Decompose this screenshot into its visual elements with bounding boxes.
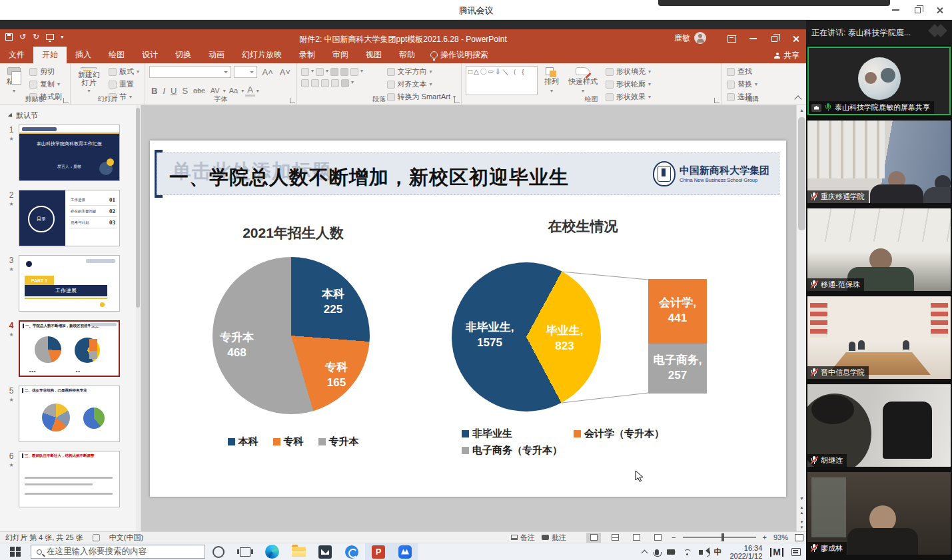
thumbnail-scrollbar[interactable]: [136, 105, 140, 531]
accessibility-icon[interactable]: [93, 534, 100, 541]
taskbar-clock[interactable]: 16:34 2022/1/12: [729, 544, 762, 560]
numbering-icon[interactable]: [316, 68, 324, 76]
slide-thumbnail-3[interactable]: 3★ PART 1 工作进展: [4, 255, 141, 312]
tencent-meeting-taskbar-button[interactable]: [392, 543, 418, 560]
zoom-level[interactable]: 93%: [773, 533, 788, 541]
file-explorer-button[interactable]: [285, 543, 312, 560]
tab-record[interactable]: 录制: [290, 47, 324, 63]
cut-button[interactable]: 剪切: [28, 66, 63, 77]
decrease-indent-icon[interactable]: [330, 68, 338, 76]
font-dialog-launcher[interactable]: [290, 98, 295, 103]
char-spacing-button[interactable]: AV: [209, 87, 222, 95]
tab-design[interactable]: 设计: [133, 47, 167, 63]
collapse-ribbon-icon[interactable]: [794, 95, 801, 103]
slide-thumbnail-4-current[interactable]: 4★ 一、学院总人数不断增加，新校区初迎毕业生 ■ ■ ■■ ■: [4, 320, 141, 377]
action-center-icon[interactable]: [791, 548, 801, 556]
account-chip[interactable]: 鹿敏: [674, 32, 706, 44]
video-tile-participant[interactable]: 晋中信息学院: [807, 296, 951, 379]
align-right-icon[interactable]: [321, 79, 329, 87]
change-case-button[interactable]: Aa: [227, 87, 240, 95]
ppt-restore-button[interactable]: [763, 29, 785, 48]
volume-icon[interactable]: [699, 550, 703, 555]
new-slide-button[interactable]: 新建幻灯片▾: [75, 66, 103, 95]
ppt-minimize-button[interactable]: [742, 29, 763, 48]
tell-me-search[interactable]: 操作说明搜索: [424, 47, 495, 63]
drawing-dialog-launcher[interactable]: [714, 98, 719, 103]
find-button[interactable]: 查找: [725, 66, 759, 77]
language-status[interactable]: 中文(中国): [109, 533, 143, 543]
share-button[interactable]: 共享: [774, 50, 799, 61]
increase-indent-icon[interactable]: [340, 68, 348, 76]
browser-app-button[interactable]: [338, 543, 365, 560]
tray-mic-icon[interactable]: [655, 549, 659, 555]
title-placeholder[interactable]: 单击此处添加标题 一、学院总人数不断增加，新校区初迎毕业生 中国新商科大学集团 …: [157, 152, 779, 195]
chart-2021-enrollment[interactable]: 2021年招生人数 本科225 专科165 专升本468 本科 专科 专升本: [187, 224, 440, 463]
align-center-icon[interactable]: [311, 79, 319, 87]
layout-button[interactable]: 版式▾: [107, 66, 141, 77]
columns-icon[interactable]: [341, 79, 349, 87]
slide-thumbnail-2[interactable]: 2★ 目录 工作进展01 存在的主要问题02 思考与计划03: [4, 190, 141, 246]
tab-help[interactable]: 帮助: [390, 47, 424, 63]
minimize-button[interactable]: [885, 0, 907, 20]
reading-view-button[interactable]: [629, 533, 644, 543]
hidden-icons-chevron[interactable]: [642, 550, 648, 557]
fit-slide-to-window-button[interactable]: [795, 534, 803, 541]
slide-thumbnail-5[interactable]: 5★ 二、优化专业结构，凸显商科特色专业: [4, 386, 141, 442]
shape-fill-button[interactable]: 形状填充▾: [604, 66, 652, 77]
align-left-icon[interactable]: [301, 79, 309, 87]
shape-outline-button[interactable]: 形状轮廓▾: [604, 79, 652, 90]
zoom-in-button[interactable]: +: [763, 533, 767, 541]
ppt-close-button[interactable]: [785, 29, 806, 48]
tray-camera-icon[interactable]: [667, 549, 675, 555]
arrange-button[interactable]: 排列▾: [542, 66, 562, 95]
video-tile-screen-share[interactable]: 泰山科技学院鹿敏的屏幕共享: [807, 47, 951, 115]
grow-font-icon[interactable]: A˄: [260, 67, 274, 77]
taskbar-search[interactable]: 在这里输入你要搜索的内容: [31, 545, 205, 559]
clipboard-dialog-launcher[interactable]: [63, 98, 69, 103]
powerpoint-taskbar-button[interactable]: P: [365, 543, 392, 560]
copy-button[interactable]: 复制▾: [28, 79, 63, 90]
comments-toggle[interactable]: 批注: [542, 533, 566, 543]
slideshow-view-button[interactable]: [650, 533, 665, 543]
replace-button[interactable]: 替换▾: [725, 79, 759, 90]
tab-view[interactable]: 视图: [357, 47, 390, 63]
shrink-font-icon[interactable]: A˅: [278, 67, 292, 77]
tab-slideshow[interactable]: 幻灯片放映: [233, 47, 290, 63]
ribbon-display-options-icon[interactable]: [721, 29, 742, 48]
strikethrough-button[interactable]: abc: [191, 87, 207, 95]
restore-button[interactable]: [907, 0, 929, 20]
zoom-out-button[interactable]: −: [672, 533, 676, 541]
quick-styles-button[interactable]: 快速样式▾: [566, 66, 600, 95]
slide-thumbnail-1[interactable]: 1★ 泰山科技学院商科教育工作汇报 发言人：鹿敏: [4, 125, 141, 181]
video-tile-participant[interactable]: 重庆移通学院: [807, 121, 951, 203]
task-view-button[interactable]: [232, 543, 258, 560]
mail-button[interactable]: [312, 543, 338, 560]
slide-number-status[interactable]: 幻灯片 第 4 张, 共 25 张: [5, 533, 83, 543]
tab-draw[interactable]: 绘图: [100, 47, 133, 63]
paste-button[interactable]: 粘贴▾: [4, 66, 24, 95]
zoom-slider[interactable]: [683, 537, 756, 538]
font-name-combo[interactable]: [149, 66, 231, 78]
paragraph-dialog-launcher[interactable]: [454, 98, 460, 103]
tab-insert[interactable]: 插入: [67, 47, 100, 63]
edge-button[interactable]: [258, 543, 285, 560]
video-tile-participant[interactable]: 胡继连: [807, 384, 951, 467]
video-tile-participant[interactable]: 廖成林: [807, 472, 951, 555]
maxhub-tray-icon[interactable]: M: [770, 548, 783, 557]
slide-thumbnail-6[interactable]: 6★ 三、教师队伍不断壮大，结构比例不断调整: [4, 451, 141, 507]
tab-transitions[interactable]: 切换: [167, 47, 200, 63]
tab-home[interactable]: 开始: [33, 47, 67, 63]
normal-view-button[interactable]: [586, 533, 601, 543]
slide-sorter-view-button[interactable]: [608, 533, 622, 543]
wifi-icon[interactable]: [683, 549, 691, 555]
start-button[interactable]: [0, 543, 31, 560]
font-size-combo[interactable]: [234, 66, 258, 78]
bullets-icon[interactable]: [301, 68, 309, 76]
cortana-button[interactable]: [205, 543, 232, 560]
close-button[interactable]: [929, 0, 951, 20]
tab-file[interactable]: 文件: [0, 47, 33, 63]
text-direction-button[interactable]: 文字方向▾: [386, 66, 457, 77]
align-text-button[interactable]: 对齐文本▾: [386, 79, 457, 90]
section-header[interactable]: 默认节: [0, 109, 141, 125]
chart-current-students[interactable]: 在校生情况 非毕业生,1575 毕业生,823 会计学,441: [443, 217, 763, 463]
